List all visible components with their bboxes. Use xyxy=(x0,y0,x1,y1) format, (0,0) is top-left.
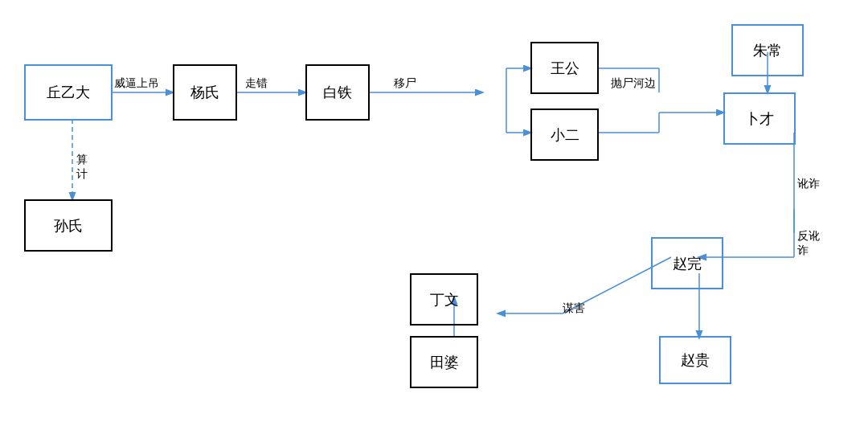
label-ezha: 讹诈 xyxy=(797,177,820,191)
diagram: 丘乙大 杨氏 白铁 王公 小二 朱常 卜才 孙氏 赵完 赵贵 丁文 田婆 xyxy=(0,0,868,430)
node-zhaowanr: 赵完 xyxy=(651,237,723,289)
label-weibishangjiao: 威逼上吊 xyxy=(114,76,159,91)
node-zhuchang: 朱常 xyxy=(731,24,804,76)
label-fanezha: 反讹诈 xyxy=(797,229,820,258)
node-yangshi: 杨氏 xyxy=(173,64,237,121)
label-mouhai: 谋害 xyxy=(563,301,585,316)
label-paoshihebian: 抛尸河边 xyxy=(611,76,656,91)
node-qiuyida: 丘乙大 xyxy=(24,64,113,121)
label-zoucuo: 走错 xyxy=(245,76,268,91)
label-yishi: 移尸 xyxy=(394,76,416,91)
node-sunshi: 孙氏 xyxy=(24,199,113,252)
label-suanji: 算计 xyxy=(76,153,88,182)
node-bucai: 卜才 xyxy=(723,92,796,145)
node-baitie: 白铁 xyxy=(305,64,370,121)
node-wanggong: 王公 xyxy=(530,42,599,94)
node-tianpo: 田婆 xyxy=(410,336,478,388)
node-dingwen: 丁文 xyxy=(410,273,478,326)
node-zhaogui: 赵贵 xyxy=(659,336,731,384)
node-xiaoer: 小二 xyxy=(530,109,599,161)
